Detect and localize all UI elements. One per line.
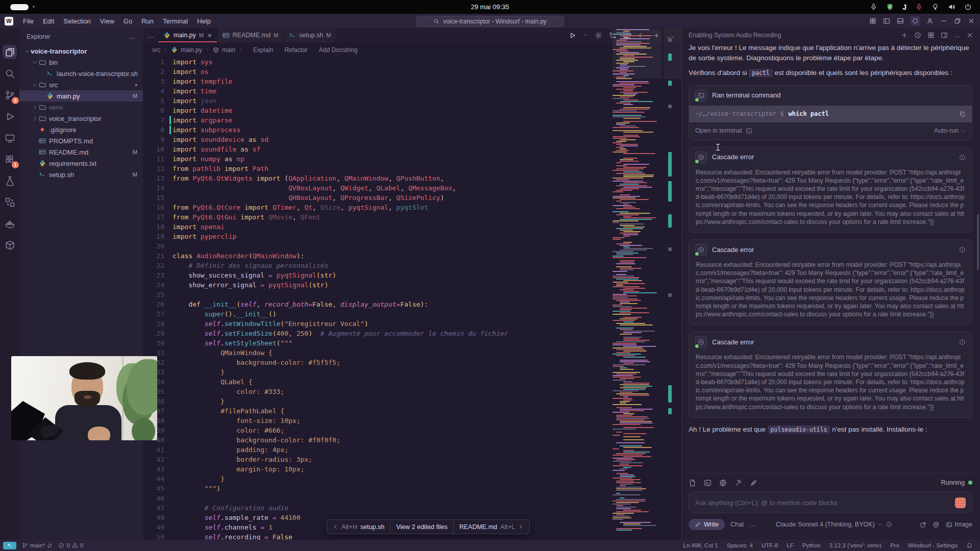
- code-line-46[interactable]: 46: [143, 493, 612, 503]
- status-windsurf[interactable]: Windsurf - Settings: [908, 542, 958, 548]
- tree-item--gitignore[interactable]: .gitignore: [19, 124, 143, 135]
- tree-item-venv[interactable]: venv: [19, 102, 143, 113]
- code-line-35[interactable]: 35 color: #333;: [143, 387, 612, 396]
- activity-search[interactable]: [3, 66, 17, 81]
- tray-bulb[interactable]: [932, 3, 939, 11]
- system-clock[interactable]: 29 mai 09:35: [471, 3, 509, 11]
- run-button-button[interactable]: [569, 32, 576, 39]
- menu-selection[interactable]: Selection: [59, 17, 95, 25]
- minimap[interactable]: [612, 29, 662, 537]
- tree-item-voice-transcriptor[interactable]: voice-transcriptor: [19, 45, 143, 57]
- info-icon[interactable]: [959, 154, 966, 161]
- activity-extensions[interactable]: 1: [3, 152, 17, 166]
- code-line-34[interactable]: 34 QLabel {: [143, 377, 612, 387]
- git-branch-indicator[interactable]: main*: [22, 542, 53, 548]
- code-line-13[interactable]: 13from PyQt6.QtWidgets import (QApplicat…: [143, 173, 612, 183]
- mode-more-button[interactable]: …: [749, 521, 756, 528]
- code-line-38[interactable]: 38 font-size: 10px;: [143, 416, 612, 425]
- cascade-input[interactable]: Ask anything (Ctrl+L), @ to mention code…: [689, 492, 972, 513]
- panel-bottom-button[interactable]: [897, 17, 904, 24]
- menu-run[interactable]: Run: [137, 17, 158, 25]
- activity-cube[interactable]: [3, 238, 17, 252]
- tab-setup.sh[interactable]: setup.shM: [284, 28, 336, 42]
- tree-item-prompts-md[interactable]: PROMPTS.md: [19, 135, 143, 146]
- tree-item-readme-md[interactable]: README.mdM: [19, 146, 143, 158]
- code-line-16[interactable]: 16from PyQt6.QtCore import QTimer, Qt, Q…: [143, 203, 612, 212]
- problems-indicator[interactable]: 0 0: [58, 542, 83, 548]
- minimap-viewport[interactable]: [612, 29, 662, 79]
- code-line-29[interactable]: 29 self.setFixedSize(400, 250) # Augment…: [143, 329, 612, 338]
- tree-item-src[interactable]: src●: [19, 79, 143, 90]
- code-line-8[interactable]: 8import subprocess: [143, 125, 612, 135]
- code-line-45[interactable]: 45 """): [143, 484, 612, 493]
- code-line-41[interactable]: 41 padding: 4px;: [143, 445, 612, 455]
- command-line[interactable]: ~/…/voice-transcriptor $ which pactl: [689, 106, 972, 123]
- status-utf-8[interactable]: UTF-8: [762, 542, 778, 548]
- menu-view[interactable]: View: [95, 17, 119, 25]
- restore-button[interactable]: [954, 17, 961, 24]
- circle-button[interactable]: [911, 16, 920, 26]
- tools-button[interactable]: [734, 479, 742, 487]
- breadcrumb-item[interactable]: src: [152, 46, 160, 54]
- status-spaces[interactable]: Spaces: 4: [727, 542, 753, 548]
- tray-jetbrains[interactable]: J: [902, 3, 906, 11]
- info-icon[interactable]: [959, 246, 966, 253]
- code-line-31[interactable]: 31 QMainWindow {: [143, 348, 612, 358]
- tree-item-voice-transcriptor[interactable]: voice_transcriptor: [19, 113, 143, 124]
- code-line-23[interactable]: 23 show_success_signal = pyqtSignal(str): [143, 270, 612, 280]
- code-line-43[interactable]: 43 margin-top: 10px;: [143, 464, 612, 474]
- tray-mic-recording[interactable]: [915, 3, 923, 11]
- activity-debug[interactable]: [3, 109, 17, 123]
- code-line-7[interactable]: 7import argparse: [143, 115, 612, 125]
- menu-help[interactable]: Help: [192, 17, 215, 25]
- code-line-24[interactable]: 24 show_error_signal = pyqtSignal(str): [143, 280, 612, 290]
- tray-speaker[interactable]: [948, 3, 955, 11]
- code-line-15[interactable]: 15 QHBoxLayout, QProgressBar, QSizePolic…: [143, 193, 612, 203]
- new-file-button[interactable]: [689, 479, 696, 487]
- code-line-27[interactable]: 27 super().__init__(): [143, 309, 612, 319]
- code-line-44[interactable]: 44 }: [143, 474, 612, 484]
- activity-files[interactable]: [3, 45, 17, 59]
- grid-button[interactable]: [927, 32, 935, 39]
- minimize-button[interactable]: [940, 17, 947, 24]
- model-selector[interactable]: Claude Sonnet 4 (Thinking, BYOK): [776, 521, 892, 528]
- panel-scrollbar[interactable]: [977, 214, 979, 270]
- code-line-5[interactable]: 5import json: [143, 96, 612, 106]
- terminal-button[interactable]: [704, 479, 712, 487]
- code-line-39[interactable]: 39 color: #666;: [143, 425, 612, 435]
- tray-power[interactable]: [964, 3, 972, 11]
- code-line-28[interactable]: 28 self.setWindowTitle("Enregistreur Voc…: [143, 319, 612, 329]
- settings-button[interactable]: [595, 32, 602, 39]
- tree-item-launch-voice-transcriptor-sh[interactable]: launch-voice-transcriptor.sh: [19, 68, 143, 79]
- chat-mode-button[interactable]: Chat: [730, 521, 744, 528]
- auto-run-dropdown[interactable]: Auto-run: [934, 126, 966, 136]
- command-center-search[interactable]: voice-transcriptor - Windsurf - main.py: [416, 16, 564, 27]
- code-line-33[interactable]: 33 }: [143, 367, 612, 377]
- panel-left-button[interactable]: [883, 17, 890, 24]
- code-line-42[interactable]: 42 border-radius: 3px;: [143, 455, 612, 464]
- grid-button[interactable]: [869, 17, 876, 24]
- more-button[interactable]: …: [954, 32, 960, 39]
- status-lf[interactable]: LF: [787, 542, 794, 548]
- code-line-20[interactable]: 20: [143, 241, 612, 251]
- windsurf-status-logo[interactable]: [3, 542, 16, 549]
- account-button[interactable]: [926, 17, 934, 24]
- code-line-3[interactable]: 3import tempfile: [143, 77, 612, 86]
- breadcrumb[interactable]: srcmain.pymainExplainRefactorAdd Docstri…: [143, 42, 681, 57]
- open-external-icon[interactable]: [920, 521, 926, 528]
- layout-button[interactable]: [941, 32, 948, 39]
- open-in-terminal-button[interactable]: Open in terminal: [695, 126, 742, 136]
- history-button[interactable]: [914, 32, 921, 39]
- tray-mic[interactable]: [870, 3, 877, 11]
- info-icon[interactable]: [959, 339, 966, 345]
- code-line-17[interactable]: 17from PyQt6.QtGui import QMovie, QFont: [143, 212, 612, 222]
- code-line-9[interactable]: 9import sounddevice as sd: [143, 135, 612, 144]
- code-line-18[interactable]: 18import openai: [143, 222, 612, 232]
- code-line-36[interactable]: 36 }: [143, 396, 612, 406]
- tree-item-requirements-txt[interactable]: requirements.txt: [19, 158, 143, 169]
- tab-readme.md[interactable]: README.mdM: [217, 28, 284, 42]
- windsurf-logo[interactable]: W: [5, 17, 13, 26]
- write-mode-button[interactable]: Write: [689, 519, 725, 530]
- code-line-30[interactable]: 30 self.setStyleSheet(""": [143, 338, 612, 348]
- code-line-25[interactable]: 25: [143, 290, 612, 299]
